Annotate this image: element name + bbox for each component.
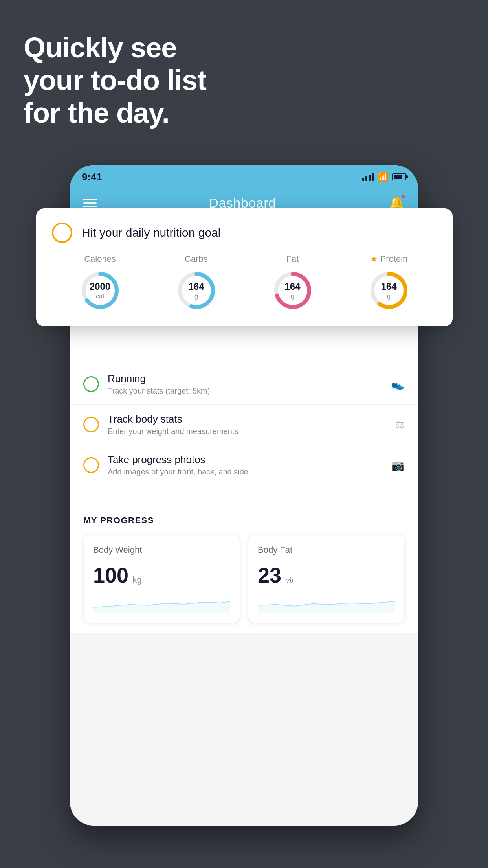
notification-badge [401,194,405,199]
hero-line1: Quickly see [24,31,206,64]
camera-icon: 📷 [391,459,405,472]
calories-donut: 2000 cal [79,269,122,312]
body-fat-chart [258,594,395,613]
todo-checkbox[interactable] [83,376,99,392]
body-fat-unit: % [286,575,294,585]
todo-title: Running [108,373,382,385]
progress-section: MY PROGRESS Body Weight 100 kg [70,505,418,633]
todo-text: Track body stats Enter your weight and m… [108,413,386,436]
wifi-icon: 📶 [378,172,388,182]
calories-stat: Calories 2000 cal [79,254,122,312]
carbs-stat: Carbs 164 g [175,254,218,312]
progress-cards: Body Weight 100 kg Body Fat [83,535,405,623]
list-item[interactable]: Track body stats Enter your weight and m… [70,405,418,445]
card-value-row: 23 % [258,563,395,587]
body-weight-chart [93,594,230,613]
carbs-label: Carbs [185,254,208,264]
card-value-row: 100 kg [93,563,230,587]
fat-donut: 164 g [271,269,314,312]
calories-value: 2000 [90,281,110,292]
todo-checkbox[interactable] [83,457,99,473]
status-icons: 📶 [362,172,406,182]
status-time: 9:41 [82,171,102,183]
todo-list: Running Track your stats (target: 5km) 👟… [70,364,418,485]
calories-label: Calories [84,254,116,264]
todo-text: Running Track your stats (target: 5km) [108,373,382,395]
body-weight-unit: kg [133,575,142,585]
protein-unit: g [381,292,396,300]
star-icon: ★ [370,254,378,264]
carbs-value: 164 [188,281,204,292]
body-weight-card[interactable]: Body Weight 100 kg [83,535,240,623]
protein-value: 164 [381,281,396,292]
nutrition-checkbox[interactable] [52,223,72,243]
nutrition-card-header: Hit your daily nutrition goal [52,223,437,243]
battery-icon [392,173,406,180]
protein-donut: 164 g [367,269,411,312]
todo-text: Take progress photos Add images of your … [108,454,382,476]
svg-marker-0 [93,601,230,613]
body-fat-value: 23 [258,563,281,587]
nutrition-stats: Calories 2000 cal Carbs [52,254,437,312]
carbs-donut: 164 g [175,269,218,312]
shoe-icon: 👟 [391,378,405,391]
scale-icon: ⚖ [395,418,405,431]
signal-icon [362,173,374,181]
nutrition-card: Hit your daily nutrition goal Calories 2… [36,208,453,326]
status-bar: 9:41 📶 [70,165,418,189]
svg-marker-1 [258,601,395,613]
calories-unit: cal [90,292,110,300]
hero-line3: for the day. [24,97,206,129]
todo-title: Take progress photos [108,454,382,466]
hero-line2: your to-do list [24,64,206,97]
carbs-unit: g [188,292,204,300]
fat-value: 164 [284,281,300,292]
fat-stat: Fat 164 g [271,254,314,312]
list-item[interactable]: Running Track your stats (target: 5km) 👟 [70,364,418,405]
protein-label: ★ Protein [370,254,408,264]
todo-subtitle: Track your stats (target: 5km) [108,386,382,395]
body-weight-value: 100 [93,563,128,587]
todo-checkbox[interactable] [83,417,99,432]
todo-subtitle: Enter your weight and measurements [108,427,386,436]
body-fat-card[interactable]: Body Fat 23 % [248,535,405,623]
card-title: Body Fat [258,545,395,555]
list-item[interactable]: Take progress photos Add images of your … [70,445,418,485]
protein-stat: ★ Protein 164 g [367,254,411,312]
todo-subtitle: Add images of your front, back, and side [108,467,382,476]
nutrition-card-title: Hit your daily nutrition goal [82,226,221,239]
todo-title: Track body stats [108,413,386,425]
card-title: Body Weight [93,545,230,555]
fat-label: Fat [286,254,299,264]
progress-section-title: MY PROGRESS [83,515,405,526]
hero-text: Quickly see your to-do list for the day. [24,31,206,129]
fat-unit: g [284,292,300,300]
menu-button[interactable] [83,199,97,207]
